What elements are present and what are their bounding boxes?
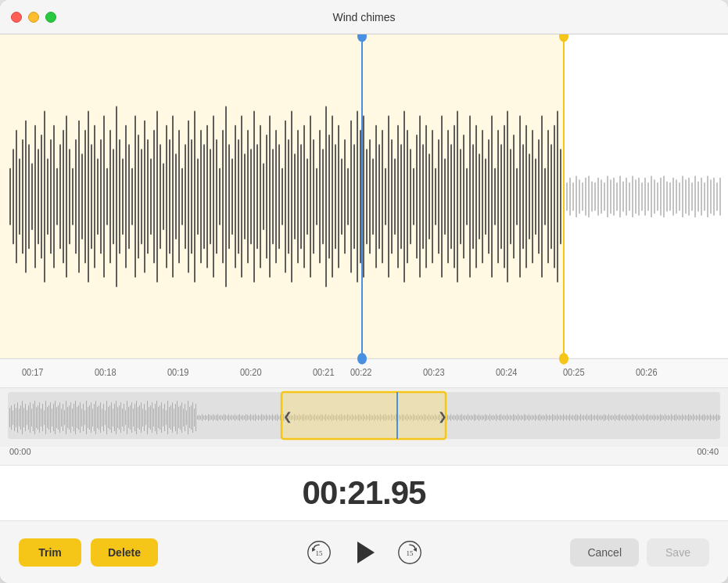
svg-rect-175 xyxy=(550,144,552,249)
svg-rect-206 xyxy=(651,175,652,218)
svg-rect-329 xyxy=(134,404,135,431)
svg-rect-136 xyxy=(429,153,430,239)
svg-rect-530 xyxy=(449,416,450,419)
svg-rect-534 xyxy=(455,416,456,419)
svg-rect-418 xyxy=(274,416,274,419)
svg-rect-658 xyxy=(649,416,650,419)
svg-rect-326 xyxy=(130,405,131,430)
svg-rect-332 xyxy=(139,405,140,430)
svg-rect-60 xyxy=(191,139,192,254)
svg-rect-32 xyxy=(103,116,105,278)
svg-rect-661 xyxy=(654,414,654,421)
svg-rect-586 xyxy=(536,416,537,419)
svg-rect-225 xyxy=(710,179,712,214)
svg-rect-638 xyxy=(618,415,619,420)
svg-rect-181 xyxy=(572,182,574,211)
svg-rect-160 xyxy=(504,125,505,268)
svg-rect-17 xyxy=(56,168,58,225)
svg-rect-595 xyxy=(550,416,551,419)
svg-rect-117 xyxy=(369,139,371,254)
cancel-button[interactable]: Cancel xyxy=(570,538,639,567)
svg-rect-95 xyxy=(300,144,302,249)
svg-rect-621 xyxy=(591,414,592,421)
save-button[interactable]: Save xyxy=(647,538,709,567)
svg-rect-91 xyxy=(288,139,289,254)
svg-rect-223 xyxy=(704,182,705,211)
svg-rect-221 xyxy=(698,182,699,212)
svg-rect-538 xyxy=(461,414,462,421)
svg-rect-133 xyxy=(419,116,421,278)
svg-text:❯: ❯ xyxy=(438,410,447,423)
svg-rect-94 xyxy=(297,130,299,264)
svg-text:15: 15 xyxy=(315,549,322,556)
svg-rect-66 xyxy=(210,149,211,244)
play-button[interactable] xyxy=(349,537,380,568)
svg-rect-421 xyxy=(278,416,279,419)
svg-rect-62 xyxy=(197,158,199,235)
svg-rect-61 xyxy=(194,111,195,283)
svg-rect-640 xyxy=(621,416,622,419)
svg-rect-209 xyxy=(660,178,662,216)
svg-rect-567 xyxy=(507,414,507,421)
svg-rect-176 xyxy=(554,125,555,268)
delete-button[interactable]: Delete xyxy=(91,538,158,567)
svg-rect-252 xyxy=(14,404,15,431)
svg-rect-641 xyxy=(622,415,623,420)
overview-section[interactable]: ❮ ❯ 00:00 00:40 xyxy=(0,387,728,466)
svg-rect-57 xyxy=(181,168,183,225)
svg-rect-647 xyxy=(632,414,633,421)
svg-rect-42 xyxy=(134,116,136,278)
svg-rect-12 xyxy=(41,135,42,258)
svg-rect-608 xyxy=(571,416,572,419)
rewind-button[interactable]: 15 xyxy=(305,538,333,567)
svg-rect-333 xyxy=(141,402,142,433)
forward-button[interactable]: 15 xyxy=(396,538,424,567)
svg-rect-529 xyxy=(447,415,448,420)
svg-rect-380 xyxy=(214,416,215,419)
svg-rect-594 xyxy=(549,415,550,420)
svg-rect-71 xyxy=(225,106,227,287)
svg-rect-668 xyxy=(665,414,665,421)
svg-rect-536 xyxy=(458,416,459,419)
svg-rect-100 xyxy=(316,168,317,225)
svg-rect-198 xyxy=(626,178,627,216)
main-waveform-area[interactable]: 00:17 00:18 00:19 00:20 00:21 00:22 00:2… xyxy=(0,34,728,387)
svg-rect-64 xyxy=(203,144,205,249)
svg-rect-5 xyxy=(19,158,20,235)
svg-rect-598 xyxy=(555,416,556,419)
svg-rect-285 xyxy=(66,401,66,434)
maximize-button[interactable] xyxy=(45,12,56,23)
svg-rect-338 xyxy=(149,407,149,428)
svg-rect-384 xyxy=(221,415,221,420)
trim-button[interactable]: Trim xyxy=(19,538,81,567)
svg-rect-316 xyxy=(114,404,115,431)
svg-rect-698 xyxy=(712,416,712,419)
svg-rect-402 xyxy=(249,416,249,419)
svg-rect-611 xyxy=(576,414,576,421)
svg-rect-388 xyxy=(227,416,228,419)
svg-rect-592 xyxy=(546,414,547,421)
svg-rect-124 xyxy=(391,139,393,254)
svg-rect-27 xyxy=(88,111,89,283)
svg-rect-297 xyxy=(84,410,85,425)
svg-rect-556 xyxy=(490,414,490,421)
svg-text:00:17: 00:17 xyxy=(22,366,44,378)
svg-rect-174 xyxy=(547,130,549,264)
svg-rect-58 xyxy=(185,144,186,249)
close-button[interactable] xyxy=(11,12,22,23)
minimize-button[interactable] xyxy=(28,12,39,23)
svg-rect-14 xyxy=(47,158,48,235)
traffic-lights xyxy=(11,12,56,23)
svg-rect-685 xyxy=(691,416,692,419)
svg-rect-199 xyxy=(629,182,630,211)
svg-rect-34 xyxy=(109,130,111,264)
svg-rect-7 xyxy=(25,121,27,273)
svg-rect-24 xyxy=(78,121,80,273)
svg-rect-379 xyxy=(213,414,213,421)
svg-point-243 xyxy=(357,353,367,365)
svg-rect-113 xyxy=(357,111,358,283)
svg-rect-323 xyxy=(125,410,126,425)
svg-rect-300 xyxy=(89,405,90,430)
svg-rect-299 xyxy=(88,407,88,428)
svg-rect-254 xyxy=(17,402,18,433)
